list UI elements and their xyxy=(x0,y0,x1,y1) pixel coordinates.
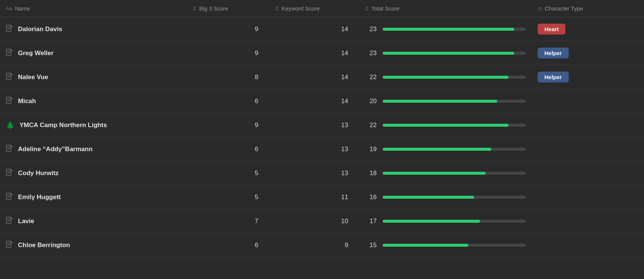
table-header: Aa Name Σ Big 3 Score Σ Keyword Score Σ … xyxy=(0,0,644,17)
total-number: 20 xyxy=(365,98,377,105)
name-cell: Nalee Vue xyxy=(0,73,187,82)
progress-bar xyxy=(383,76,508,79)
character-type-cell: Heart xyxy=(532,24,644,34)
total-number: 15 xyxy=(365,242,377,249)
total-score-cell: 17 xyxy=(359,218,532,225)
header-big3-label: Big 3 Score xyxy=(199,5,228,12)
name-cell: Chloe Berrington xyxy=(0,241,187,250)
header-name: Aa Name xyxy=(0,5,187,12)
total-number: 22 xyxy=(365,74,377,81)
progress-bar xyxy=(383,124,508,127)
table-row[interactable]: Adeline “Addy”Barmann61319 xyxy=(0,137,644,161)
total-score-cell: 19 xyxy=(359,146,532,153)
total-number: 16 xyxy=(365,194,377,201)
keyword-score-cell: 14 xyxy=(270,98,359,105)
progress-bar xyxy=(383,244,468,247)
keyword-score-cell: 11 xyxy=(270,194,359,201)
header-total: Σ Total Score xyxy=(359,5,532,12)
name-cell: Emily Huggett xyxy=(0,193,187,202)
total-number: 23 xyxy=(365,50,377,57)
keyword-score-cell: 10 xyxy=(270,218,359,225)
name-text: Greg Weller xyxy=(18,50,54,57)
keyword-score-cell: 13 xyxy=(270,146,359,153)
table-row[interactable]: Chloe Berrington6915 xyxy=(0,233,644,257)
table-row[interactable]: Emily Huggett51116 xyxy=(0,185,644,209)
progress-bar-container xyxy=(383,220,526,223)
header-character-label: Character Type xyxy=(545,5,583,12)
total-number: 23 xyxy=(365,26,377,33)
big3-score-cell: 9 xyxy=(187,50,270,57)
big3-score-cell: 7 xyxy=(187,218,270,225)
progress-bar-container xyxy=(383,124,526,127)
progress-bar-container xyxy=(383,76,526,79)
progress-bar xyxy=(383,52,514,55)
table-row[interactable]: Lavie71017 xyxy=(0,209,644,233)
progress-bar xyxy=(383,220,480,223)
name-cell: Greg Weller xyxy=(0,49,187,58)
table-row[interactable]: 🌲YMCA Camp Northern Lights91322 xyxy=(0,113,644,137)
total-score-cell: 15 xyxy=(359,242,532,249)
header-big3: Σ Big 3 Score xyxy=(187,5,270,12)
character-type-badge: Helper xyxy=(538,48,569,58)
header-name-label: Name xyxy=(15,5,30,12)
progress-bar xyxy=(383,28,514,31)
total-score-cell: 20 xyxy=(359,98,532,105)
total-score-cell: 22 xyxy=(359,122,532,129)
total-number: 19 xyxy=(365,146,377,153)
name-text: Cody Hurwitz xyxy=(18,170,59,177)
name-text: Chloe Berrington xyxy=(18,242,70,249)
name-text: Adeline “Addy”Barmann xyxy=(18,146,92,153)
table-row[interactable]: Greg Weller91423Helper xyxy=(0,41,644,65)
table-row[interactable]: Cody Hurwitz51318 xyxy=(0,161,644,185)
table-body: Dalorian Davis91423Heart Greg Weller9142… xyxy=(0,17,644,257)
name-header-icon: Aa xyxy=(6,6,12,11)
progress-bar xyxy=(383,148,491,151)
name-cell: Cody Hurwitz xyxy=(0,169,187,178)
big3-score-cell: 9 xyxy=(187,122,270,129)
total-header-icon: Σ xyxy=(365,6,368,11)
header-total-label: Total Score xyxy=(371,5,400,12)
document-icon xyxy=(6,169,13,178)
document-icon xyxy=(6,73,13,82)
big3-header-icon: Σ xyxy=(193,6,196,11)
table-row[interactable]: Nalee Vue81422Helper xyxy=(0,65,644,89)
character-type-badge: Heart xyxy=(538,24,565,34)
name-text: Lavie xyxy=(18,218,34,225)
total-score-cell: 23 xyxy=(359,50,532,57)
big3-score-cell: 8 xyxy=(187,74,270,81)
total-number: 18 xyxy=(365,170,377,177)
tree-icon: 🌲 xyxy=(6,121,14,129)
total-score-cell: 22 xyxy=(359,74,532,81)
keyword-score-cell: 14 xyxy=(270,26,359,33)
progress-bar-container xyxy=(383,52,526,55)
total-score-cell: 18 xyxy=(359,170,532,177)
document-icon xyxy=(6,49,13,58)
header-keyword-label: Keyword Score xyxy=(282,5,320,12)
total-number: 22 xyxy=(365,122,377,129)
total-number: 17 xyxy=(365,218,377,225)
total-score-cell: 16 xyxy=(359,194,532,201)
main-table: Aa Name Σ Big 3 Score Σ Keyword Score Σ … xyxy=(0,0,644,257)
progress-bar xyxy=(383,172,486,175)
header-keyword: Σ Keyword Score xyxy=(270,5,359,12)
table-row[interactable]: Micah61420 xyxy=(0,89,644,113)
document-icon xyxy=(6,217,13,226)
name-text: YMCA Camp Northern Lights xyxy=(19,122,107,129)
name-cell: Lavie xyxy=(0,217,187,226)
keyword-score-cell: 13 xyxy=(270,170,359,177)
table-row[interactable]: Dalorian Davis91423Heart xyxy=(0,17,644,41)
big3-score-cell: 9 xyxy=(187,26,270,33)
document-icon xyxy=(6,25,13,34)
name-text: Micah xyxy=(18,98,36,105)
header-character: ⊙ Character Type xyxy=(532,5,644,12)
big3-score-cell: 6 xyxy=(187,242,270,249)
progress-bar xyxy=(383,100,497,103)
document-icon xyxy=(6,193,13,202)
progress-bar-container xyxy=(383,244,526,247)
name-text: Dalorian Davis xyxy=(18,26,62,33)
big3-score-cell: 6 xyxy=(187,146,270,153)
name-cell: Micah xyxy=(0,97,187,106)
document-icon xyxy=(6,145,13,154)
progress-bar-container xyxy=(383,100,526,103)
keyword-score-cell: 9 xyxy=(270,242,359,249)
